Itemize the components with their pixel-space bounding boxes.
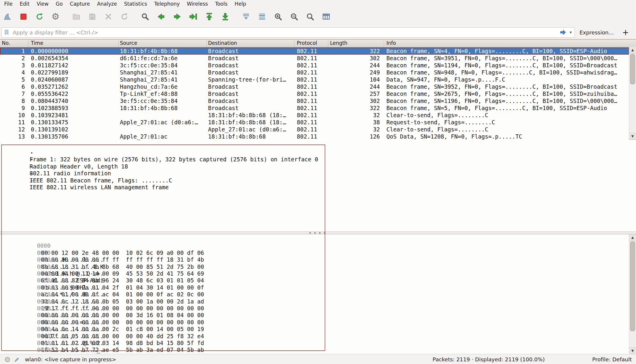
menu-item[interactable]: File bbox=[1, 0, 16, 8]
hex-bytes[interactable]: 01 01 01 02 01 00 03 14 98 d8 bd b4 15 8… bbox=[41, 340, 204, 346]
scroll-down-icon[interactable]: ▼ bbox=[629, 133, 636, 139]
packet-row[interactable]: 7 0.055536422 Tp-LinkT_ef:48:88 Broadcas… bbox=[0, 90, 629, 97]
packet-info: Beacon frame, SN=948, FN=0, Flags=......… bbox=[384, 69, 629, 76]
profile-button[interactable]: Profile: Default bbox=[592, 356, 632, 363]
packet-row[interactable]: 13 0.130135706 Apple_27:01:ac 18:31:bf:4… bbox=[0, 133, 629, 140]
capture-comment-button[interactable] bbox=[14, 356, 20, 363]
packet-list-pane: No. Time Source Destination Protocol Len… bbox=[0, 39, 636, 139]
colorize-button[interactable] bbox=[256, 10, 268, 23]
zoom-out-button[interactable] bbox=[288, 10, 300, 23]
packet-row[interactable]: 3 0.011827142 3c:f5:cc:0e:35:84 Broadcas… bbox=[0, 62, 629, 69]
hex-bytes[interactable]: 00 00 80 00 00 00 ff ff ff ff ff ff 18 3… bbox=[41, 256, 204, 263]
menu-item[interactable]: Help bbox=[231, 0, 250, 8]
scrollbar-thumb[interactable] bbox=[630, 241, 635, 331]
go-back-button[interactable] bbox=[155, 10, 167, 23]
capture-options-button[interactable]: ⚙ bbox=[49, 10, 62, 23]
menu-item[interactable]: Capture bbox=[66, 0, 93, 8]
packet-no: 5 bbox=[0, 76, 28, 83]
menu-item[interactable]: Go bbox=[52, 0, 66, 8]
packet-row[interactable]: 10 0.103923481 18:31:bf:4b:8b:68 (18:… 8… bbox=[0, 112, 629, 119]
packet-time: 0.080443740 bbox=[28, 97, 119, 104]
open-file-button[interactable] bbox=[70, 10, 83, 23]
packet-row[interactable]: 1 0.000000000 18:31:bf:4b:8b:68 Broadcas… bbox=[0, 47, 629, 55]
hex-bytes[interactable]: 00 00 12 00 2e 48 00 00 10 02 6c 09 a0 0… bbox=[41, 249, 204, 256]
packet-row[interactable]: 6 0.035271262 Hangzhou_cd:7a:6e Broadcas… bbox=[0, 83, 629, 90]
scroll-up-icon[interactable]: ▲ bbox=[629, 47, 636, 53]
filter-bookmark-icon[interactable] bbox=[4, 29, 10, 36]
apply-filter-icon[interactable] bbox=[559, 28, 567, 36]
packet-row[interactable]: 2 0.002654354 d6:61:fe:cd:7a:6e Broadcas… bbox=[0, 55, 629, 62]
column-header-info[interactable]: Info bbox=[384, 39, 636, 47]
expression-button[interactable]: Expression… bbox=[580, 29, 614, 36]
packet-row[interactable]: 12 0.130139102 Apple_27:01:ac (d0:a6:… 8… bbox=[0, 126, 629, 133]
filter-history-dropdown-icon[interactable]: ▾ bbox=[569, 30, 572, 35]
scroll-up-icon[interactable]: ▲ bbox=[629, 234, 636, 241]
column-header-no[interactable]: No. bbox=[0, 39, 28, 47]
zoom-original-button[interactable] bbox=[304, 10, 316, 23]
go-forward-button[interactable] bbox=[171, 10, 183, 23]
packet-row[interactable]: 5 0.024060087 Shanghai_27:85:41 Spanning… bbox=[0, 76, 629, 83]
hex-bytes[interactable]: 32 04 0c 12 18 60 0b 05 03 00 1a 00 00 2… bbox=[41, 298, 204, 305]
zoom-in-button[interactable] bbox=[272, 10, 284, 23]
menu-item[interactable]: Wireless bbox=[183, 0, 212, 8]
expander-icon[interactable]: ▸ bbox=[30, 177, 39, 184]
hex-row[interactable]: 0000 00 00 12 00 2e 48 00 00 10 02 6c 09… bbox=[3, 236, 629, 242]
hex-bytes[interactable]: 1f 52 b4 b5 b7 72 ae e5 5b ab 3a ed 07 0… bbox=[41, 346, 204, 353]
detail-row[interactable]: ▸ Radiotap Header v0, Length 18 bbox=[2, 149, 636, 156]
reload-file-button[interactable] bbox=[118, 10, 131, 23]
scroll-down-icon[interactable]: ▼ bbox=[629, 347, 636, 354]
display-filter-input[interactable] bbox=[12, 29, 557, 36]
menu-item[interactable]: Telephony bbox=[151, 0, 183, 8]
expander-icon[interactable]: ▸ bbox=[30, 163, 39, 170]
detail-row[interactable]: ▸ Frame 1: 322 bytes on wire (2576 bits)… bbox=[2, 142, 636, 149]
expert-info-button[interactable] bbox=[4, 356, 11, 363]
column-header-length[interactable]: Length bbox=[328, 39, 384, 47]
packet-source: Shanghai_27:85:41 bbox=[119, 76, 207, 83]
restart-capture-button[interactable] bbox=[33, 10, 46, 23]
packet-list-scrollbar[interactable]: ▲ ▼ bbox=[629, 47, 636, 139]
hex-bytes[interactable]: 00 00 64 00 11 14 00 09 45 53 50 2d 41 7… bbox=[41, 270, 204, 277]
go-to-packet-button[interactable] bbox=[187, 10, 199, 23]
hex-bytes[interactable]: 00 00 00 00 00 00 00 00 00 3d 16 01 08 0… bbox=[41, 312, 204, 318]
menu-item[interactable]: Analyze bbox=[93, 0, 120, 8]
hex-bytes[interactable]: 01 03 00 00 2a 01 04 2f 01 04 30 14 01 0… bbox=[41, 284, 204, 291]
resize-columns-button[interactable] bbox=[320, 10, 332, 23]
column-header-destination[interactable]: Destination bbox=[207, 39, 294, 47]
menu-item[interactable]: Tools bbox=[212, 0, 231, 8]
menu-item[interactable]: View bbox=[33, 0, 52, 8]
hex-bytes[interactable]: 00 4a 0e 14 00 0a 00 2c 01 c8 00 14 00 0… bbox=[41, 326, 204, 332]
pane-splitter[interactable]: ● ● ● ● bbox=[0, 231, 636, 234]
hex-bytes[interactable]: 00 7f 08 05 00 08 00 00 00 00 40 dd 25 f… bbox=[41, 333, 204, 339]
expander-icon[interactable]: ▸ bbox=[30, 149, 39, 156]
expander-icon[interactable]: ▸ bbox=[30, 170, 39, 177]
hex-bytes[interactable]: 19 17 ff ff ff 00 00 00 00 00 00 00 00 0… bbox=[41, 305, 204, 311]
auto-scroll-button[interactable] bbox=[240, 10, 252, 23]
packet-row[interactable]: 8 0.080443740 3e:f5:cc:0e:35:84 Broadcas… bbox=[0, 97, 629, 104]
menu-item[interactable]: Edit bbox=[16, 0, 33, 8]
hex-bytes[interactable]: ac 04 01 00 00 0f ac 04 01 00 00 0f ac 0… bbox=[41, 291, 204, 298]
save-file-button[interactable] bbox=[86, 10, 99, 23]
column-header-source[interactable]: Source bbox=[119, 39, 207, 47]
start-capture-button[interactable] bbox=[1, 10, 14, 23]
column-header-time[interactable]: Time bbox=[28, 39, 119, 47]
scrollbar-thumb[interactable] bbox=[630, 54, 635, 84]
hex-scrollbar[interactable]: ▲ ▼ bbox=[629, 234, 636, 354]
packet-length: 322 bbox=[328, 47, 384, 55]
hex-bytes[interactable]: 00 00 00 00 00 00 00 00 00 00 00 00 00 0… bbox=[41, 319, 204, 325]
stop-capture-button[interactable] bbox=[17, 10, 30, 23]
column-header-protocol[interactable]: Protocol bbox=[294, 39, 328, 47]
add-filter-button[interactable]: + bbox=[618, 28, 632, 37]
hex-bytes[interactable]: 6f 01 08 82 84 8b 96 24 30 48 6c 03 01 0… bbox=[41, 277, 204, 284]
packet-row[interactable]: 9 0.102388593 18:31:bf:4b:8b:68 Broadcas… bbox=[0, 104, 629, 112]
go-to-top-button[interactable] bbox=[203, 10, 215, 23]
packet-row[interactable]: 4 0.022799189 Shanghai_27:85:41 Broadcas… bbox=[0, 69, 629, 76]
find-packet-button[interactable] bbox=[139, 10, 151, 23]
close-file-button[interactable] bbox=[102, 10, 115, 23]
packet-row[interactable]: 11 0.130133475 Apple_27:01:ac (d0:a6:… 1… bbox=[0, 119, 629, 126]
expander-icon[interactable]: ▸ bbox=[30, 156, 39, 163]
go-to-bottom-button[interactable] bbox=[219, 10, 231, 23]
hex-bytes[interactable]: 8b 68 18 31 bf 4b 8b 68 40 00 85 51 2d 7… bbox=[41, 263, 204, 270]
display-filter-field[interactable]: ▾ bbox=[1, 27, 575, 38]
hex-row[interactable]: 0010 00 00 80 00 00 00 ff ff ff ff ff ff… bbox=[3, 242, 629, 249]
menu-item[interactable]: Statistics bbox=[120, 0, 151, 8]
